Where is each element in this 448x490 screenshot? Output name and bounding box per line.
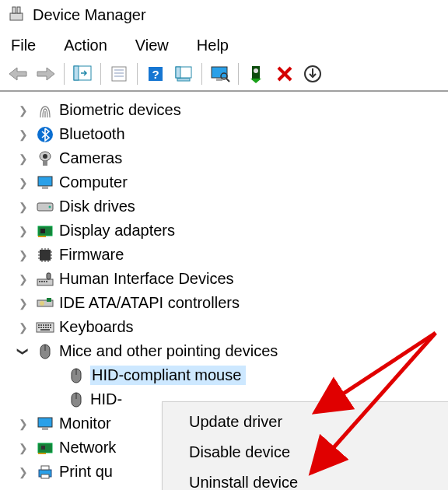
context-menu: Update driver Disable device Uninstall d…: [162, 401, 448, 490]
mouse-icon: [67, 390, 86, 409]
collapse-icon[interactable]: ❯: [17, 344, 30, 359]
expand-icon[interactable]: ❯: [16, 297, 31, 310]
tree-item-biometric[interactable]: ❯ Biometric devices: [16, 98, 448, 122]
menu-view[interactable]: View: [135, 37, 169, 54]
expand-icon[interactable]: ❯: [16, 225, 31, 237]
tree-item-computer[interactable]: ❯ Computer: [16, 170, 448, 194]
tree-label: Human Interface Devices: [59, 270, 234, 288]
update-driver-button[interactable]: [243, 62, 270, 86]
context-menu-disable-device[interactable]: Disable device: [163, 437, 448, 467]
menubar: File Action View Help: [0, 33, 448, 61]
scan-hardware-button[interactable]: [170, 62, 197, 86]
tree-item-bluetooth[interactable]: ❯ Bluetooth: [16, 122, 448, 146]
app-icon: [8, 5, 25, 26]
svg-rect-59: [43, 324, 44, 326]
tree-label: Cameras: [59, 149, 122, 167]
expand-icon[interactable]: ❯: [16, 201, 31, 213]
tree-item-display-adapters[interactable]: ❯ Display adapters: [16, 219, 448, 243]
tree-label: Bluetooth: [59, 125, 125, 143]
svg-rect-79: [41, 446, 45, 450]
tree-label: Monitor: [59, 415, 111, 432]
keyboard-icon: [36, 318, 54, 337]
expand-icon[interactable]: ❯: [16, 152, 31, 165]
context-menu-update-driver[interactable]: Update driver: [163, 407, 448, 437]
svg-rect-5: [112, 67, 126, 81]
tree-item-keyboards[interactable]: ❯ Keyboards: [16, 315, 448, 339]
svg-rect-77: [42, 428, 48, 430]
toolbar: ?: [0, 61, 448, 92]
menu-file[interactable]: File: [11, 37, 36, 54]
svg-rect-63: [38, 327, 40, 328]
bluetooth-icon: [36, 125, 54, 144]
svg-rect-32: [40, 229, 45, 233]
disk-drive-icon: [36, 198, 54, 216]
svg-rect-83: [41, 474, 49, 478]
svg-rect-61: [47, 324, 49, 326]
svg-rect-33: [38, 236, 46, 237]
monitor-icon: [36, 415, 54, 433]
svg-rect-76: [38, 418, 52, 427]
svg-rect-50: [44, 281, 45, 282]
tree-label: HID-compliant mouse: [90, 366, 246, 385]
svg-point-19: [254, 68, 258, 73]
expand-icon[interactable]: ❯: [16, 273, 31, 285]
tree-label: Network: [59, 439, 116, 457]
printer-icon: [36, 463, 54, 481]
svg-rect-49: [41, 281, 43, 282]
svg-rect-48: [39, 281, 40, 282]
tree-label: Mice and other pointing devices: [59, 342, 278, 360]
menu-action[interactable]: Action: [64, 37, 107, 54]
tree-child-hid-mouse-1[interactable]: HID-compliant mouse: [16, 363, 448, 387]
menu-help[interactable]: Help: [197, 37, 229, 54]
tree-item-hid[interactable]: ❯ Human Interface Devices: [16, 267, 448, 291]
computer-icon: [36, 173, 54, 192]
svg-point-30: [49, 205, 51, 208]
tree-item-disk-drives[interactable]: ❯ Disk drives: [16, 194, 448, 219]
expand-icon[interactable]: ❯: [16, 104, 31, 117]
tree-item-cameras[interactable]: ❯ Cameras: [16, 146, 448, 170]
tree-label: HID-: [90, 390, 122, 408]
tree-label: Display adapters: [59, 222, 175, 240]
tree-label: Disk drives: [59, 198, 135, 215]
svg-rect-4: [74, 66, 79, 80]
expand-icon[interactable]: ❯: [16, 128, 31, 141]
properties-button[interactable]: [106, 62, 132, 86]
tree-item-ide[interactable]: ❯ IDE ATA/ATAPI controllers: [16, 291, 448, 315]
svg-text:?: ?: [152, 68, 159, 81]
svg-rect-0: [10, 13, 23, 20]
expand-icon[interactable]: ❯: [16, 321, 31, 334]
svg-rect-66: [45, 327, 47, 328]
disable-device-button[interactable]: [299, 62, 326, 86]
expand-icon[interactable]: ❯: [16, 442, 31, 454]
svg-line-17: [226, 79, 229, 82]
help-button[interactable]: ?: [142, 62, 169, 86]
svg-rect-1: [12, 7, 16, 13]
svg-rect-51: [46, 281, 47, 282]
hid-icon: [36, 270, 54, 289]
svg-rect-55: [47, 298, 51, 302]
context-menu-uninstall-device[interactable]: Uninstall device: [163, 467, 448, 490]
tree-label: Keyboards: [59, 318, 134, 336]
svg-rect-82: [41, 466, 49, 470]
back-button[interactable]: [5, 62, 31, 86]
svg-rect-62: [50, 324, 51, 326]
expand-icon[interactable]: ❯: [16, 418, 31, 430]
forward-button[interactable]: [33, 62, 59, 86]
display-adapter-icon: [36, 222, 54, 240]
svg-point-54: [40, 301, 44, 306]
expand-icon[interactable]: ❯: [16, 466, 31, 478]
toolbar-separator: [201, 63, 202, 85]
tree-item-mice[interactable]: ❯ Mice and other pointing devices: [16, 339, 448, 363]
svg-rect-65: [43, 327, 44, 328]
show-hide-console-button[interactable]: [69, 62, 96, 86]
uninstall-device-button[interactable]: [271, 62, 298, 86]
expand-icon[interactable]: ❯: [16, 249, 31, 261]
monitor-scan-button[interactable]: [207, 62, 233, 86]
tree-label: IDE ATA/ATAPI controllers: [59, 294, 240, 312]
fingerprint-icon: [36, 101, 54, 120]
expand-icon[interactable]: ❯: [16, 177, 31, 189]
svg-rect-12: [176, 67, 180, 78]
tree-label: Biometric devices: [59, 101, 181, 119]
tree-label: Firmware: [59, 246, 124, 264]
tree-item-firmware[interactable]: ❯ Firmware: [16, 243, 448, 267]
